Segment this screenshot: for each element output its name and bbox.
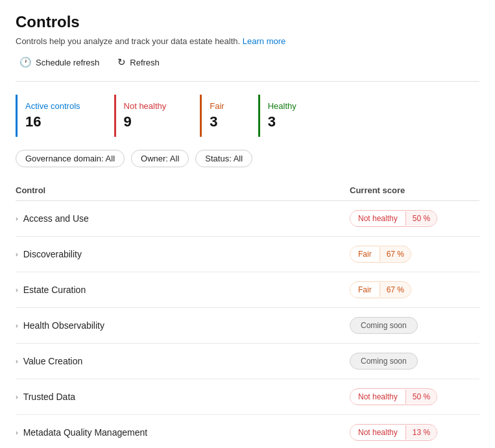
col-header-control: Control [16,185,350,195]
table-row: › Metadata Quality Management Not health… [16,415,479,448]
stat-not-healthy: Not healthy 9 [114,95,187,137]
stats-row: Active controls 16 Not healthy 9 Fair 3 … [16,95,479,137]
expand-icon[interactable]: › [16,322,18,329]
table-row: › Discoverability Fair 67 % [16,237,479,272]
stat-healthy: Healthy 3 [258,95,317,137]
divider-top [16,81,479,82]
row-score: Not healthy 50 % [350,388,479,405]
row-score: Not healthy 13 % [350,424,479,441]
expand-icon[interactable]: › [16,393,18,401]
score-status: Not healthy [350,425,406,440]
page-title: Controls [16,13,479,31]
filter-owner[interactable]: Owner: All [131,150,189,167]
row-left: › Health Observability [16,320,350,331]
score-status: Not healthy [350,390,406,404]
score-badge: Coming soon [350,353,418,370]
row-name: Discoverability [23,249,82,259]
schedule-refresh-label: Schedule refresh [36,58,99,67]
row-left: › Trusted Data [16,392,350,402]
table-row: › Access and Use Not healthy 50 % [16,201,479,237]
stat-active-value: 16 [25,113,80,130]
filter-status[interactable]: Status: All [195,150,252,167]
expand-icon[interactable]: › [16,286,18,294]
score-badge: Coming soon [350,317,418,334]
row-left: › Metadata Quality Management [16,427,350,438]
score-status: Not healthy [350,211,406,226]
learn-more-link[interactable]: Learn more [243,36,285,46]
row-name: Value Creation [23,356,83,366]
score-badge: Not healthy 13 % [350,424,437,441]
table-row: › Trusted Data Not healthy 50 % [16,379,479,415]
score-status: Fair [350,283,380,297]
row-left: › Access and Use [16,213,350,224]
row-score: Fair 67 % [350,281,479,298]
row-score: Fair 67 % [350,246,479,263]
score-badge: Fair 67 % [350,246,411,263]
row-left: › Discoverability [16,249,350,259]
page-subtitle: Controls help you analyze and track your… [16,36,479,46]
stat-not-healthy-label: Not healthy [124,101,167,111]
toolbar: 🕐 Schedule refresh ↻ Refresh [16,54,479,71]
col-header-score: Current score [350,185,479,195]
expand-icon[interactable]: › [16,429,18,436]
filters-row: Governance domain: All Owner: All Status… [16,150,479,167]
table-row: › Estate Curation Fair 67 % [16,272,479,308]
schedule-refresh-button[interactable]: 🕐 Schedule refresh [16,54,103,71]
stat-not-healthy-value: 9 [124,113,167,130]
expand-icon[interactable]: › [16,357,18,365]
score-pct: 50 % [406,390,437,404]
score-pct: 67 % [380,247,411,261]
score-status: Coming soon [361,321,407,330]
expand-icon[interactable]: › [16,250,18,258]
row-name: Estate Curation [23,285,86,295]
row-left: › Value Creation [16,356,350,366]
expand-icon[interactable]: › [16,215,18,222]
score-badge: Fair 67 % [350,281,411,298]
row-score: Not healthy 50 % [350,210,479,227]
stat-fair-value: 3 [210,113,224,130]
score-status: Coming soon [361,357,407,366]
score-pct: 13 % [406,425,437,440]
row-name: Trusted Data [23,392,75,402]
row-score: Coming soon [350,353,479,370]
refresh-button[interactable]: ↻ Refresh [114,54,163,71]
stat-active-controls: Active controls 16 [16,95,101,137]
stat-healthy-value: 3 [268,113,296,130]
score-status: Fair [350,247,380,261]
stat-fair-label: Fair [210,101,224,111]
score-badge: Not healthy 50 % [350,210,437,227]
table-row: › Value Creation Coming soon [16,344,479,379]
stat-healthy-label: Healthy [268,101,296,111]
row-name: Metadata Quality Management [23,427,147,438]
row-left: › Estate Curation [16,285,350,295]
stat-fair: Fair 3 [200,95,245,137]
score-badge: Not healthy 50 % [350,388,437,405]
stat-active-label: Active controls [25,101,80,111]
score-pct: 50 % [406,211,437,226]
score-pct: 67 % [380,283,411,297]
filter-governance[interactable]: Governance domain: All [16,150,125,167]
row-name: Health Observability [23,320,104,331]
table-row: › Health Observability Coming soon [16,308,479,344]
clock-icon: 🕐 [19,56,32,68]
refresh-icon: ↻ [117,56,126,68]
page-container: Controls Controls help you analyze and t… [0,0,495,448]
table-header: Control Current score [16,180,479,201]
refresh-label: Refresh [130,58,160,67]
row-score: Coming soon [350,317,479,334]
row-name: Access and Use [23,213,89,224]
